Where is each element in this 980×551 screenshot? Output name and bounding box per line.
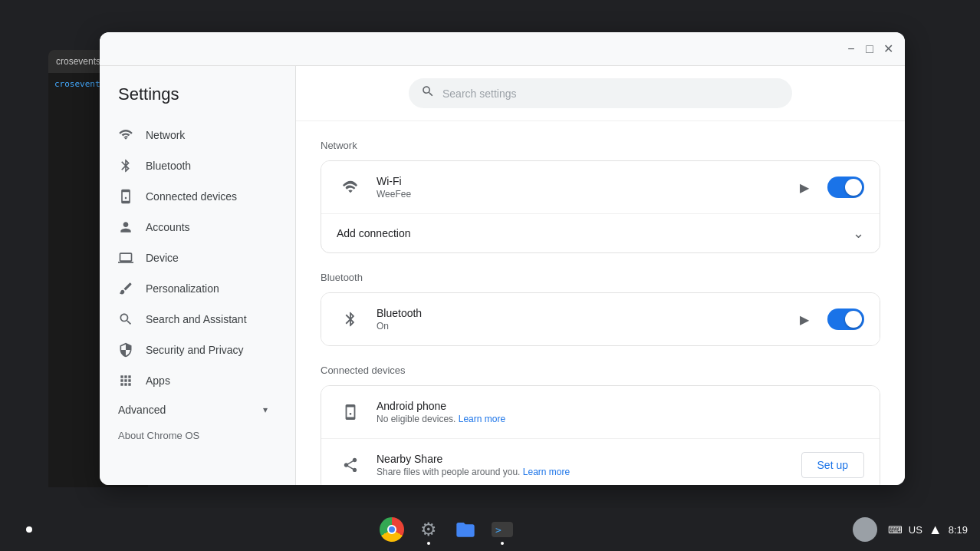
bluetooth-card: Bluetooth On ▶ — [321, 292, 880, 346]
sidebar-network-label: Network — [146, 129, 185, 141]
android-phone-icon — [337, 398, 364, 426]
sidebar-advanced-label: Advanced — [118, 404, 166, 416]
search-input[interactable] — [442, 87, 780, 100]
wifi-row-actions: ▶ — [800, 177, 864, 198]
close-button[interactable]: ✕ — [880, 41, 896, 57]
nearby-share-learn-more[interactable]: Learn more — [523, 467, 570, 477]
time-display: 8:19 — [949, 524, 968, 536]
accounts-icon — [118, 219, 133, 235]
sidebar-connected-devices-label: Connected devices — [146, 190, 237, 203]
add-connection-text: Add connection — [337, 227, 411, 239]
chrome-inner — [387, 525, 396, 534]
search-icon — [421, 84, 435, 102]
wifi-chevron-icon: ▶ — [800, 180, 809, 195]
bluetooth-row[interactable]: Bluetooth On ▶ — [321, 293, 880, 345]
launcher-icon — [26, 526, 32, 533]
add-connection-dropdown-icon: ⌄ — [853, 225, 864, 242]
network-icon — [118, 127, 133, 143]
sidebar-about[interactable]: About Chrome OS — [100, 424, 295, 447]
taskbar-terminal[interactable] — [485, 513, 519, 546]
search-bar-container — [296, 66, 905, 121]
sidebar-item-accounts[interactable]: Accounts — [100, 212, 286, 243]
bluetooth-toggle[interactable] — [827, 308, 864, 330]
content-sections: Network Wi-Fi WeeFee ▶ — [296, 121, 905, 485]
keyboard-icon: ⌨ — [888, 524, 903, 536]
window-body: Settings Network Bluetooth Connected dev… — [100, 66, 905, 485]
nearby-share-title: Nearby Share — [377, 453, 801, 465]
add-connection-row[interactable]: Add connection ⌄ — [321, 214, 880, 252]
terminal-title-text: crosevents — [56, 56, 100, 67]
wifi-row-text: Wi-Fi WeeFee — [377, 175, 800, 200]
main-content: Network Wi-Fi WeeFee ▶ — [296, 66, 905, 485]
sidebar-item-apps[interactable]: Apps — [100, 365, 286, 396]
taskbar-launcher[interactable] — [12, 513, 46, 546]
nearby-share-icon — [337, 451, 364, 479]
sidebar-item-security-privacy[interactable]: Security and Privacy — [100, 335, 286, 365]
settings-gear-icon: ⚙ — [420, 519, 437, 540]
apps-icon — [118, 373, 133, 388]
network-section-title: Network — [321, 140, 880, 151]
sidebar-item-connected-devices[interactable]: Connected devices — [100, 181, 286, 212]
network-card: Wi-Fi WeeFee ▶ Add connection ⌄ — [321, 160, 880, 253]
nearby-share-text: Nearby Share Share files with people aro… — [377, 453, 801, 477]
chrome-icon — [380, 517, 404, 542]
bluetooth-toggle-knob — [845, 311, 862, 328]
wifi-subtitle: WeeFee — [377, 189, 800, 200]
taskbar-left — [12, 513, 46, 546]
taskbar-avatar[interactable] — [848, 513, 882, 546]
device-icon — [118, 250, 133, 266]
android-phone-subtitle: No eligible devices. Learn more — [377, 414, 864, 424]
security-privacy-icon — [118, 342, 133, 358]
wifi-status-icon: ▲ — [929, 522, 942, 538]
sidebar-device-label: Device — [146, 252, 179, 264]
advanced-arrow-icon: ▾ — [263, 404, 268, 415]
bluetooth-icon — [118, 158, 133, 173]
sidebar-item-network[interactable]: Network — [100, 120, 286, 150]
search-bar — [409, 78, 792, 108]
android-phone-text: Android phone No eligible devices. Learn… — [377, 400, 864, 424]
android-phone-learn-more[interactable]: Learn more — [459, 414, 505, 424]
sidebar-item-search-assistant[interactable]: Search and Assistant — [100, 304, 286, 335]
connected-devices-card: Android phone No eligible devices. Learn… — [321, 385, 880, 485]
settings-active-dot — [427, 542, 430, 545]
sidebar-item-personalization[interactable]: Personalization — [100, 273, 286, 304]
wifi-toggle[interactable] — [827, 177, 864, 198]
wifi-title: Wi-Fi — [377, 175, 800, 187]
nearby-share-subtitle: Share files with people around you. Lear… — [377, 467, 801, 477]
window-titlebar: − □ ✕ — [100, 32, 905, 66]
taskbar-settings[interactable]: ⚙ — [412, 513, 446, 546]
connected-devices-icon — [118, 189, 133, 204]
personalization-icon — [118, 281, 133, 296]
taskbar-chrome[interactable] — [375, 513, 409, 546]
android-phone-title: Android phone — [377, 400, 864, 412]
files-icon — [455, 519, 476, 537]
sidebar: Settings Network Bluetooth Connected dev… — [100, 66, 296, 485]
wifi-row-icon — [337, 173, 364, 201]
sidebar-title: Settings — [100, 78, 295, 120]
wifi-row[interactable]: Wi-Fi WeeFee ▶ — [321, 161, 880, 214]
connected-devices-section-title: Connected devices — [321, 365, 880, 376]
nearby-share-row[interactable]: Nearby Share Share files with people aro… — [321, 439, 880, 485]
taskbar-files[interactable] — [449, 513, 482, 546]
android-phone-row[interactable]: Android phone No eligible devices. Learn… — [321, 386, 880, 439]
terminal-active-dot — [501, 542, 504, 545]
sidebar-accounts-label: Accounts — [146, 221, 190, 233]
sidebar-search-assistant-label: Search and Assistant — [146, 313, 247, 325]
status-area[interactable]: ⌨ US ▲ 8:19 — [888, 522, 968, 538]
bluetooth-section-title: Bluetooth — [321, 272, 880, 283]
sidebar-about-label: About Chrome OS — [118, 430, 199, 441]
avatar — [853, 517, 877, 542]
us-label: US — [909, 524, 922, 536]
sidebar-security-privacy-label: Security and Privacy — [146, 344, 244, 356]
sidebar-item-bluetooth[interactable]: Bluetooth — [100, 150, 286, 181]
taskbar-right: ⌨ US ▲ 8:19 — [848, 513, 968, 546]
sidebar-apps-label: Apps — [146, 374, 170, 387]
sidebar-item-device[interactable]: Device — [100, 243, 286, 273]
sidebar-advanced[interactable]: Advanced ▾ — [100, 396, 286, 424]
minimize-button[interactable]: − — [844, 41, 859, 57]
taskbar-center: ⚙ — [49, 513, 845, 546]
maximize-button[interactable]: □ — [862, 41, 877, 57]
nearby-share-setup-button[interactable]: Set up — [801, 452, 864, 478]
sidebar-bluetooth-label: Bluetooth — [146, 160, 191, 172]
bluetooth-row-icon — [337, 305, 364, 333]
